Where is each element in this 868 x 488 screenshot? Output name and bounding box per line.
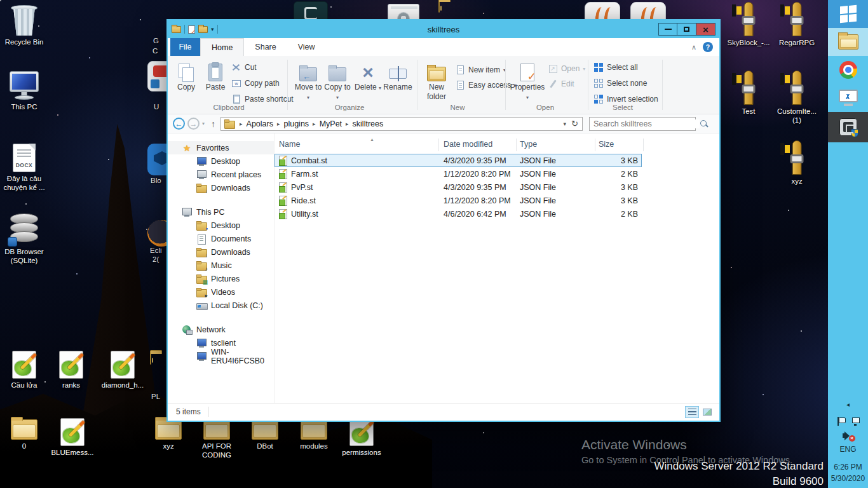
desktop-icon-xyz-folder[interactable]: xyz [144, 419, 193, 451]
file-row-farm[interactable]: Farm.st 1/12/2020 8:20 PM JSON File 2 KB [275, 167, 642, 180]
desktop-icon-top-folder[interactable] [438, 1, 440, 13]
breadcrumb-plugins[interactable]: plugins [281, 119, 311, 128]
nav-local-disk[interactable]: Local Disk (C:) [168, 299, 274, 312]
desktop-icon-permissions[interactable]: permissions [337, 418, 386, 457]
file-row-ride[interactable]: Ride.st 1/12/2020 8:20 PM JSON File 3 KB [275, 194, 642, 207]
select-none-button[interactable]: Select none [593, 77, 647, 90]
desktop-icon-skyblock[interactable]: SkyBlock_-... [724, 5, 773, 47]
column-header-size[interactable]: Size [599, 140, 614, 149]
file-row-pvp[interactable]: PvP.st 4/3/2020 9:35 PM JSON File 3 KB [275, 180, 642, 194]
desktop-icon-cau-lua[interactable]: Cầu lửa [0, 351, 48, 390]
up-button[interactable]: ↑ [211, 119, 215, 129]
desktop-icon-test[interactable]: Test [724, 74, 773, 116]
nav-recent-places[interactable]: Recent places [168, 168, 274, 181]
taskbar-chrome-button[interactable] [828, 56, 868, 84]
thumbnails-view-button[interactable] [700, 406, 714, 418]
qat-properties-icon[interactable] [188, 25, 195, 34]
show-hidden-icons-button[interactable]: ◂ [846, 401, 850, 408]
nav-network[interactable]: Network [168, 323, 274, 336]
nav-favorites[interactable]: ★Favorites [168, 141, 274, 154]
nav-pc-videos[interactable]: ▸Videos [168, 285, 274, 299]
copy-path-button[interactable]: wCopy path [231, 77, 280, 90]
details-view-button[interactable] [685, 406, 699, 418]
taskbar-console-app-button[interactable] [828, 112, 868, 142]
new-folder-button[interactable]: New folder [421, 60, 452, 102]
help-button[interactable]: ? [703, 42, 713, 52]
desktop-icon-bluemess[interactable]: BLUEmess... [48, 418, 97, 457]
qat-customize-chevron-icon[interactable]: ▾ [211, 26, 214, 32]
edit-button[interactable]: Edit [548, 78, 574, 90]
refresh-icon[interactable]: ↻ [571, 119, 578, 128]
nav-pc-desktop[interactable]: ▪Desktop [168, 219, 274, 232]
easy-access-button[interactable]: Easy access ▾ [455, 79, 517, 92]
nav-win-eru[interactable]: WIN-ERU4I6FCSB0 [168, 349, 274, 363]
close-button[interactable]: × [696, 23, 715, 36]
desktop-icon-xyz-rar[interactable]: xyz [773, 144, 821, 186]
tab-share[interactable]: Share [244, 38, 287, 56]
back-button[interactable]: ← [173, 118, 185, 130]
desktop-icon-ranks[interactable]: ranks [47, 351, 95, 390]
file-row-combat[interactable]: Combat.st 4/3/2020 9:35 PM JSON File 3 K… [275, 154, 642, 167]
desktop-icon-db-browser[interactable]: DB Browser (SQLite) [0, 214, 48, 266]
ribbon-collapse-chevron-icon[interactable]: ∧ [691, 43, 696, 51]
nav-pc-music[interactable]: ♪Music [168, 259, 274, 272]
copy-to-button[interactable]: Copy to ▾ [323, 60, 352, 102]
desktop-icon-this-pc[interactable]: This PC [0, 71, 48, 111]
address-bar[interactable]: ▸Apolars ▸plugins ▸MyPet ▸skilltrees ▾ ↻ [220, 117, 583, 131]
taskbar-performance-monitor-button[interactable] [828, 84, 868, 112]
start-button[interactable] [828, 0, 868, 28]
nav-favorites-downloads[interactable]: ↓Downloads [168, 181, 274, 194]
address-dropdown-chevron-icon[interactable]: ▾ [564, 121, 567, 127]
file-row-utility[interactable]: Utility.st 4/6/2020 6:42 PM JSON File 2 … [275, 207, 642, 220]
properties-button[interactable]: Properties▾ [510, 60, 545, 102]
delete-button[interactable]: × Delete ▾ [353, 60, 383, 92]
network-status-icon[interactable] [851, 417, 860, 426]
desktop-icon-regarrpg[interactable]: RegarRPG [773, 5, 821, 47]
tab-home[interactable]: Home [200, 38, 244, 56]
action-center-flag-icon[interactable] [837, 417, 845, 426]
maximize-button[interactable] [677, 23, 696, 36]
paste-button[interactable]: Paste [201, 60, 230, 92]
clock[interactable]: 6:26 PM 5/30/2020 [831, 461, 865, 484]
tab-file[interactable]: File [170, 38, 200, 56]
new-item-button[interactable]: New item ▾ [455, 64, 506, 76]
search-input[interactable] [590, 119, 700, 128]
breadcrumb-mypet[interactable]: MyPet [317, 119, 344, 128]
desktop-icon-recycle-bin[interactable]: Recycle Bin [0, 5, 48, 46]
cut-button[interactable]: Cut [231, 61, 257, 74]
minimize-button[interactable] [658, 23, 677, 36]
tab-view[interactable]: View [287, 38, 326, 56]
forward-button[interactable]: → [187, 118, 200, 130]
column-header-date[interactable]: Date modified [444, 140, 492, 149]
desktop-icon-dbot[interactable]: DBot [241, 419, 289, 451]
volume-muted-icon[interactable]: × [843, 431, 854, 441]
desktop-icon-modules[interactable]: modules [290, 419, 338, 451]
nav-favorites-desktop[interactable]: Desktop [168, 154, 274, 168]
copy-button[interactable]: Copy [172, 60, 201, 92]
breadcrumb-apolars[interactable]: Apolars [244, 119, 276, 128]
qat-newfolder-icon[interactable] [198, 26, 208, 33]
column-header-name[interactable]: Name [279, 140, 300, 149]
taskbar-file-explorer-button[interactable] [828, 28, 868, 56]
desktop-icon-folder-0[interactable]: 0 [0, 419, 48, 451]
nav-pc-pictures[interactable]: ▦Pictures [168, 272, 274, 285]
column-header-type[interactable]: Type [520, 140, 537, 149]
qat-folder-icon[interactable] [172, 26, 181, 33]
desktop-icon-customite[interactable]: CustomIte... (1) [773, 74, 821, 125]
move-to-button[interactable]: ← Move to ▾ [294, 60, 323, 102]
nav-pc-downloads[interactable]: ↓Downloads [168, 245, 274, 259]
search-box[interactable] [589, 117, 696, 131]
nav-pc-documents[interactable]: Documents [168, 232, 274, 245]
language-indicator[interactable]: ENG [839, 445, 856, 454]
desktop-icon-api-for-coding[interactable]: API FOR CODING [193, 419, 241, 460]
open-button[interactable]: ↗ Open ▾ [548, 62, 585, 75]
desktop-icon-diamond[interactable]: diamond_h... [98, 351, 147, 390]
title-bar[interactable]: ▾ skilltrees × [168, 20, 719, 38]
rename-button[interactable]: Rename [381, 60, 414, 92]
breadcrumb-skilltrees[interactable]: skilltrees [350, 119, 386, 128]
desktop-icon-docx-story[interactable]: DOCX Đây là câu chuyện kể ... [0, 144, 48, 193]
desktop-icon-partial-folder[interactable] [150, 353, 151, 365]
nav-this-pc[interactable]: This PC [168, 205, 274, 219]
recent-locations-chevron-icon[interactable]: ▾ [202, 121, 205, 126]
select-all-button[interactable]: Select all [593, 61, 638, 74]
